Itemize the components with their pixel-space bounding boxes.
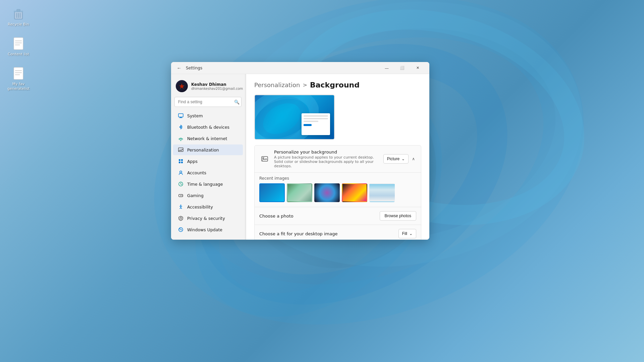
windows-update-icon [178, 227, 184, 233]
maximize-button[interactable]: ⬜ [394, 63, 410, 73]
svg-rect-31 [179, 162, 180, 163]
images-grid [259, 183, 416, 202]
content-list-icon[interactable]: Content list [7, 37, 30, 56]
svg-rect-23 [179, 118, 182, 118]
my-fav-label: My fav generatelist [7, 82, 30, 90]
search-box: 🔍 [174, 97, 241, 107]
thumbnail-2[interactable] [287, 183, 312, 202]
background-setting-row: Personalize your background A picture ba… [254, 145, 421, 240]
sidebar-item-accounts-label: Accounts [187, 170, 206, 175]
sidebar-item-gaming-label: Gaming [187, 193, 204, 198]
search-input[interactable] [174, 97, 241, 107]
background-setting-icon [259, 154, 270, 164]
sidebar-item-system-label: System [187, 113, 203, 118]
sidebar-item-windows-update[interactable]: Windows Update [173, 224, 243, 235]
thumbnail-1[interactable] [259, 183, 285, 202]
svg-rect-12 [14, 38, 23, 50]
sidebar-item-windows-update-label: Windows Update [187, 227, 222, 232]
fit-dropdown[interactable]: Fill ⌄ [398, 229, 416, 238]
thumbnail-3[interactable] [314, 183, 340, 202]
sidebar-item-personalization[interactable]: Personalization [173, 144, 243, 155]
svg-line-46 [181, 207, 182, 209]
collapse-icon[interactable]: ∧ [411, 155, 416, 163]
sidebar: Keshav Dhiman dhimankeshav201@gmail.com … [171, 74, 245, 240]
sidebar-item-bluetooth-label: Bluetooth & devices [187, 125, 229, 130]
sidebar-item-apps[interactable]: Apps [173, 156, 243, 167]
sidebar-item-accessibility[interactable]: Accessibility [173, 201, 243, 212]
window-controls: — ⬜ ✕ [379, 63, 425, 73]
accessibility-icon [178, 204, 184, 210]
background-type-dropdown[interactable]: Picture ⌄ [383, 154, 409, 164]
dropdown-chevron-icon: ⌄ [401, 157, 405, 161]
time-icon [178, 181, 184, 187]
preview-window-mockup [302, 113, 330, 135]
recycle-bin-label: Recycle Bin [8, 22, 29, 26]
title-bar: ← Settings — ⬜ ✕ [171, 62, 429, 74]
desktop-icons: Recycle Bin Content list [7, 7, 30, 91]
close-button[interactable]: ✕ [410, 63, 425, 73]
search-icon[interactable]: 🔍 [234, 100, 239, 105]
sidebar-item-system[interactable]: System [173, 110, 243, 121]
sidebar-item-accounts[interactable]: Accounts [173, 167, 243, 178]
svg-rect-16 [14, 67, 23, 79]
svg-rect-8 [17, 9, 20, 11]
window-body: Keshav Dhiman dhimankeshav201@gmail.com … [171, 74, 429, 240]
choose-photo-label: Choose a photo [259, 214, 293, 219]
content-list-label: Content list [8, 52, 29, 56]
svg-rect-30 [181, 159, 183, 161]
sidebar-item-accessibility-label: Accessibility [187, 204, 213, 209]
thumbnail-4[interactable] [342, 183, 367, 202]
avatar [176, 80, 188, 92]
fit-row: Choose a fit for your desktop image Fill… [255, 225, 421, 240]
breadcrumb-arrow: > [303, 82, 307, 88]
apps-icon [178, 158, 184, 164]
svg-point-41 [182, 195, 183, 196]
svg-line-36 [181, 184, 182, 185]
sidebar-item-network[interactable]: Network & internet [173, 133, 243, 144]
breadcrumb-current: Background [310, 81, 360, 89]
system-icon [178, 113, 184, 119]
breadcrumb: Personalization > Background [254, 81, 421, 89]
recycle-bin-icon[interactable]: Recycle Bin [7, 7, 30, 26]
bluetooth-icon [178, 124, 184, 130]
user-email: dhimankeshav201@gmail.com [191, 87, 243, 90]
sidebar-item-apps-label: Apps [187, 159, 198, 164]
svg-rect-21 [178, 114, 183, 117]
svg-rect-47 [180, 218, 182, 219]
svg-rect-29 [179, 159, 180, 161]
browse-photos-button[interactable]: Browse photos [380, 211, 416, 221]
sidebar-item-privacy[interactable]: Privacy & security [173, 213, 243, 224]
svg-line-28 [178, 152, 179, 152]
sidebar-item-network-label: Network & internet [187, 136, 227, 141]
sidebar-item-bluetooth[interactable]: Bluetooth & devices [173, 122, 243, 132]
preview-background [255, 95, 334, 139]
sidebar-item-time[interactable]: Time & language [173, 179, 243, 189]
user-name: Keshav Dhiman [191, 82, 243, 87]
svg-point-40 [181, 195, 182, 196]
svg-point-33 [180, 171, 182, 173]
svg-point-42 [180, 205, 181, 206]
my-fav-generatelist-icon[interactable]: My fav generatelist [7, 66, 30, 90]
recent-images-label: Recent images [259, 176, 416, 181]
background-setting-desc: A picture background applies to your cur… [274, 155, 379, 168]
minimize-button[interactable]: — [379, 63, 394, 73]
thumbnail-5[interactable] [369, 183, 395, 202]
accounts-icon [178, 170, 184, 176]
user-profile[interactable]: Keshav Dhiman dhimankeshav201@gmail.com [171, 77, 245, 96]
background-preview [254, 95, 335, 140]
svg-point-26 [180, 140, 181, 141]
window-title: Settings [186, 66, 202, 70]
svg-rect-32 [181, 162, 183, 163]
background-setting-title: Personalize your background [274, 149, 379, 155]
fit-chevron-icon: ⌄ [409, 231, 413, 236]
sidebar-item-time-label: Time & language [187, 182, 223, 187]
privacy-icon [178, 215, 184, 221]
sidebar-item-gaming[interactable]: Gaming [173, 190, 243, 201]
sidebar-item-personalization-label: Personalization [187, 147, 219, 153]
personalization-icon [178, 147, 184, 153]
settings-window: ← Settings — ⬜ ✕ [171, 62, 429, 240]
recent-images-section: Recent images [255, 172, 421, 207]
back-button[interactable]: ← [175, 64, 183, 72]
choose-photo-row: Choose a photo Browse photos [255, 207, 421, 225]
svg-point-53 [263, 158, 264, 159]
